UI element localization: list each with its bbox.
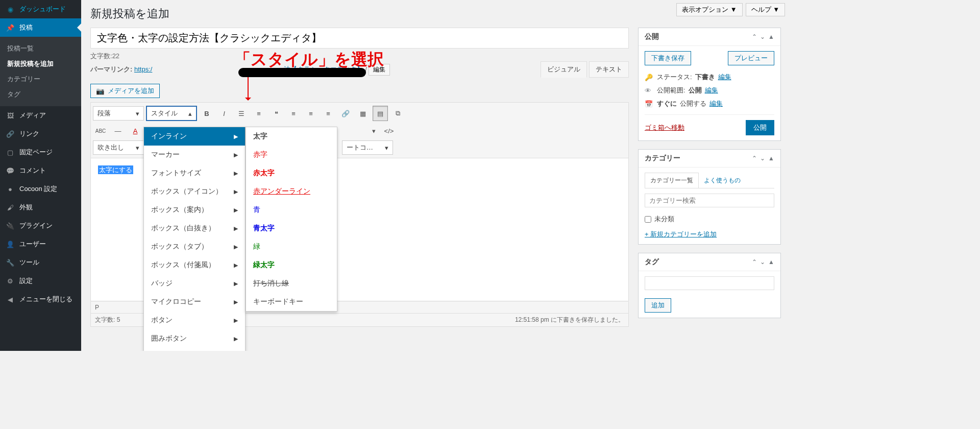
format-select[interactable]: 段落▾ bbox=[93, 106, 144, 121]
align-center-button[interactable]: ≡ bbox=[303, 106, 318, 121]
style-item-wrap-button[interactable]: 囲みボタン▶ bbox=[144, 329, 245, 348]
metabox-toggle[interactable]: ⌃⌄▲ bbox=[752, 33, 774, 40]
nav-categories[interactable]: カテゴリー bbox=[0, 72, 81, 87]
edit-status-link[interactable]: 編集 bbox=[718, 73, 731, 82]
nav-comments[interactable]: 💬コメント bbox=[0, 161, 81, 180]
edit-visibility-link[interactable]: 編集 bbox=[705, 86, 718, 95]
publish-button[interactable]: 公開 bbox=[746, 120, 774, 135]
balloon-select[interactable]: 吹き出し▾ bbox=[93, 140, 144, 155]
chevron-up-icon: ▴ bbox=[188, 110, 192, 117]
shortcode-select[interactable]: ートコ…▾ bbox=[342, 140, 393, 155]
nav-tools[interactable]: 🔧ツール bbox=[0, 253, 81, 272]
inline-red-underline[interactable]: 赤アンダーライン bbox=[246, 182, 337, 201]
add-category-link[interactable]: + 新規カテゴリーを追加 bbox=[645, 230, 717, 239]
nav-plugins[interactable]: 🔌プラグイン bbox=[0, 217, 81, 235]
text-color-button[interactable]: A bbox=[128, 123, 143, 138]
inline-red[interactable]: 赤字 bbox=[246, 146, 337, 164]
category-checkbox[interactable] bbox=[645, 216, 651, 223]
source-button[interactable]: </> bbox=[381, 123, 397, 138]
toolbar-toggle-button[interactable]: ▤ bbox=[373, 106, 388, 121]
inline-blue-bold[interactable]: 青太字 bbox=[246, 219, 337, 237]
bold-button[interactable]: B bbox=[199, 106, 214, 121]
visual-tab[interactable]: ビジュアル bbox=[541, 61, 587, 78]
nav-appearance[interactable]: 🖌外観 bbox=[0, 198, 81, 217]
nav-posts-submenu: 投稿一覧 新規投稿を追加 カテゴリー タグ bbox=[0, 37, 81, 106]
blockquote-button[interactable]: ❝ bbox=[268, 106, 284, 121]
inline-green-bold[interactable]: 緑太字 bbox=[246, 256, 337, 274]
inline-bold[interactable]: 太字 bbox=[246, 127, 337, 146]
category-tab-all[interactable]: カテゴリー一覧 bbox=[645, 173, 699, 188]
settings-icon: ⚙ bbox=[5, 276, 15, 286]
nav-posts[interactable]: 📌投稿 bbox=[0, 18, 81, 37]
style-item-inline[interactable]: インライン▶ bbox=[144, 127, 245, 146]
selected-text: 太字にする bbox=[98, 165, 133, 174]
inline-blue[interactable]: 青 bbox=[246, 201, 337, 219]
inline-green[interactable]: 緑 bbox=[246, 237, 337, 256]
style-item-marker[interactable]: マーカー▶ bbox=[144, 146, 245, 164]
nav-cocoon[interactable]: ●Cocoon 設定 bbox=[0, 180, 81, 198]
style-item-box-sticky[interactable]: ボックス（付箋風）▶ bbox=[144, 256, 245, 274]
metabox-toggle[interactable]: ⌃⌄▲ bbox=[752, 155, 774, 162]
bullet-list-button[interactable]: ☰ bbox=[234, 106, 249, 121]
help-button[interactable]: ヘルプ ▼ bbox=[746, 3, 785, 16]
nav-posts-new[interactable]: 新規投稿を追加 bbox=[0, 56, 81, 72]
style-dropdown: インライン▶ マーカー▶ フォントサイズ▶ ボックス（アイコン）▶ ボックス（案… bbox=[143, 127, 246, 351]
chevron-down-icon: ▾ bbox=[136, 144, 139, 152]
add-media-button[interactable]: 📷 メディアを追加 bbox=[90, 84, 160, 98]
nav-media[interactable]: 🖼メディア bbox=[0, 106, 81, 125]
number-list-button[interactable]: ≡ bbox=[251, 106, 266, 121]
post-title-input[interactable] bbox=[90, 28, 629, 49]
permalink-prefix[interactable]: https:/ bbox=[134, 65, 152, 73]
style-item-microcopy[interactable]: マイクロコピー▶ bbox=[144, 293, 245, 311]
style-item-fontsize[interactable]: フォントサイズ▶ bbox=[144, 164, 245, 182]
inline-keyboard[interactable]: キーボードキー bbox=[246, 293, 337, 311]
italic-button[interactable]: I bbox=[216, 106, 232, 121]
eye-icon: 👁 bbox=[645, 87, 654, 94]
trash-link[interactable]: ゴミ箱へ移動 bbox=[645, 123, 684, 132]
style-item-button[interactable]: ボタン▶ bbox=[144, 311, 245, 329]
nav-dashboard[interactable]: ◉ダッシュボード bbox=[0, 0, 81, 18]
hr-button[interactable]: — bbox=[110, 123, 126, 138]
nav-posts-list[interactable]: 投稿一覧 bbox=[0, 41, 81, 56]
category-search-input[interactable] bbox=[645, 194, 774, 207]
nav-links[interactable]: 🔗リンク bbox=[0, 125, 81, 143]
text-tab[interactable]: テキスト bbox=[589, 61, 629, 78]
nav-users[interactable]: 👤ユーザー bbox=[0, 235, 81, 253]
link-button[interactable]: 🔗 bbox=[338, 106, 353, 121]
nav-settings[interactable]: ⚙設定 bbox=[0, 272, 81, 290]
main-content: 表示オプション ▼ ヘルプ ▼ 新規投稿を追加 文字数:22 パーマリンク: h… bbox=[81, 0, 790, 351]
edit-permalink-button[interactable]: 編集 bbox=[369, 64, 390, 76]
align-left-button[interactable]: ≡ bbox=[286, 106, 301, 121]
nav-collapse[interactable]: ◀メニューを閉じる bbox=[0, 290, 81, 308]
style-item-wrap-blogcard[interactable]: 囲みブログカードラベル▶ bbox=[144, 348, 245, 351]
save-draft-button[interactable]: 下書き保存 bbox=[645, 51, 691, 65]
edit-schedule-link[interactable]: 編集 bbox=[709, 99, 723, 108]
inline-strike[interactable]: 打ち消し線 bbox=[246, 274, 337, 293]
style-select[interactable]: スタイル▴ bbox=[146, 106, 197, 121]
style-item-box-icon[interactable]: ボックス（アイコン）▶ bbox=[144, 182, 245, 201]
permalink-slug[interactable]: 法【クラシックエディタ】 bbox=[284, 65, 363, 73]
style-item-box-tab[interactable]: ボックス（タブ）▶ bbox=[144, 237, 245, 256]
style-item-box-info[interactable]: ボックス（案内）▶ bbox=[144, 201, 245, 219]
metabox-toggle[interactable]: ⌃⌄▲ bbox=[752, 258, 774, 266]
add-tag-button[interactable]: 追加 bbox=[645, 298, 671, 313]
cocoon-icon: ● bbox=[5, 184, 15, 194]
category-tab-frequent[interactable]: よく使うもの bbox=[698, 173, 746, 188]
inline-red-bold[interactable]: 赤太字 bbox=[246, 164, 337, 182]
style-item-box-outline[interactable]: ボックス（白抜き）▶ bbox=[144, 219, 245, 237]
more-button[interactable]: ▦ bbox=[355, 106, 371, 121]
preview-button[interactable]: プレビュー bbox=[728, 51, 774, 65]
style-item-badge[interactable]: バッジ▶ bbox=[144, 274, 245, 293]
screen-options-button[interactable]: 表示オプション ▼ bbox=[676, 3, 742, 16]
category-item-uncategorized[interactable]: 未分類 bbox=[645, 212, 774, 226]
code-row2-button[interactable]: ▾ bbox=[369, 123, 379, 138]
nav-pages[interactable]: ▢固定ページ bbox=[0, 143, 81, 161]
tags-input[interactable] bbox=[645, 276, 774, 290]
strikethrough-button[interactable]: ABC bbox=[93, 123, 108, 138]
copy-button[interactable]: ⧉ bbox=[390, 106, 405, 121]
chevron-right-icon: ▶ bbox=[234, 170, 238, 177]
tools-icon: 🔧 bbox=[5, 257, 15, 268]
nav-tags[interactable]: タグ bbox=[0, 87, 81, 102]
tags-title: タグ bbox=[645, 257, 659, 267]
align-right-button[interactable]: ≡ bbox=[321, 106, 336, 121]
